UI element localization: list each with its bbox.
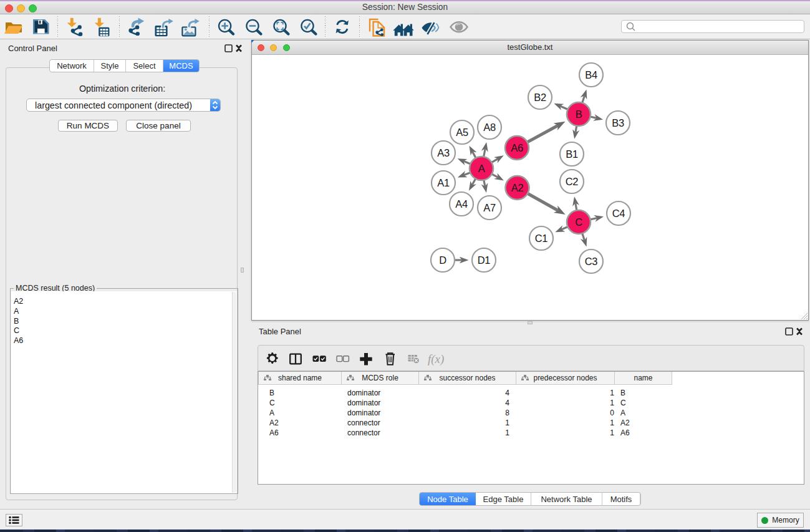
svg-text:C1: C1 bbox=[535, 233, 548, 244]
svg-text:B: B bbox=[576, 109, 582, 120]
svg-text:A8: A8 bbox=[483, 122, 496, 133]
svg-text:C: C bbox=[575, 216, 582, 228]
svg-text:A6: A6 bbox=[511, 142, 523, 153]
svg-text:C4: C4 bbox=[612, 208, 625, 219]
svg-text:B1: B1 bbox=[566, 148, 578, 160]
svg-text:A7: A7 bbox=[483, 202, 496, 213]
svg-text:A5: A5 bbox=[456, 127, 468, 138]
svg-text:C2: C2 bbox=[566, 176, 579, 187]
svg-text:A2: A2 bbox=[511, 182, 524, 193]
svg-text:C3: C3 bbox=[585, 256, 598, 267]
svg-text:B4: B4 bbox=[585, 69, 597, 80]
svg-text:D: D bbox=[439, 254, 446, 266]
svg-text:B3: B3 bbox=[612, 117, 624, 128]
svg-text:A4: A4 bbox=[455, 198, 468, 210]
svg-text:A1: A1 bbox=[437, 177, 450, 188]
svg-text:A: A bbox=[478, 163, 485, 174]
svg-text:D1: D1 bbox=[478, 254, 491, 266]
svg-text:B2: B2 bbox=[534, 92, 546, 103]
svg-text:A3: A3 bbox=[437, 147, 450, 158]
svg-text:f(x): f(x) bbox=[428, 352, 444, 366]
